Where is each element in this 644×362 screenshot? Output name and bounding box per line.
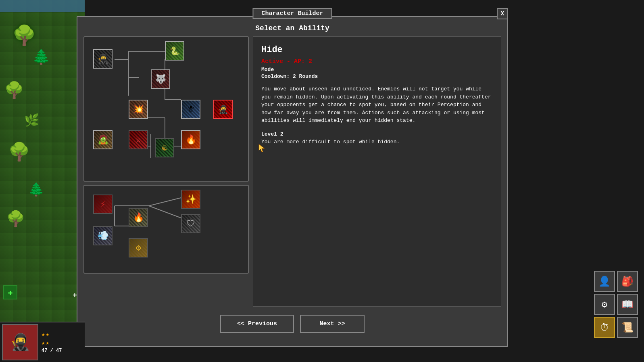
ability-spikes[interactable]: ⚡ [93,195,113,214]
clock-button[interactable]: ⏱ [594,317,615,338]
game-background-left: 🌳 🌲 🌳 🌿 🌳 🌲 🌳 [0,0,85,362]
player-portrait: 🥷 [2,324,38,360]
ability-cooldown: Cooldown: 2 Rounds [261,73,493,80]
ability-level-description: You are more difficult to spot while hid… [261,139,493,145]
upper-skill-tree: 🥷 🐍 🥷 🐺 [83,36,249,182]
ability-smoke[interactable]: 💨 [93,226,113,245]
ability-fire-orb[interactable]: ✨ [181,190,200,209]
scroll-button[interactable]: 📜 [617,317,638,338]
navigation-buttons: << Previous Next >> [77,307,507,337]
star-4: ★ [46,339,49,346]
stars-row-2: ★ ★ [42,339,62,346]
ability-rage[interactable]: 🔥 [181,130,200,149]
ability-level: Level 2 [261,131,493,137]
ability-fighter[interactable]: 🧟 [93,130,113,149]
ability-description: You move about unseen and unnoticed. Ene… [261,85,493,125]
ability-mode: Mode [261,67,493,73]
section-title: Select an Ability [77,17,507,36]
ability-name: Hide [261,45,493,55]
skill-panel: 🥷 🐍 🥷 🐺 [83,36,249,307]
svg-line-14 [149,198,181,206]
inventory-button[interactable]: 🎒 [617,271,638,292]
player-stats: ★ ★ ★ ★ 47 / 47 [42,331,62,354]
ability-type: Active - AP: 2 [261,58,493,65]
dialog-title: Character Builder [252,8,332,19]
action-icon[interactable]: ✚ [3,285,17,299]
ability-dagger[interactable]: 🗡 [181,100,200,119]
ability-beast[interactable]: 🐺 [151,69,170,89]
right-ui-panel: 👤 🎒 ⚙ 📖 ⏱ 📜 [594,271,638,338]
star-2: ★ [46,331,49,338]
ability-target[interactable]: ☯ [155,138,174,157]
bottom-hud: 🥷 ★ ★ ★ ★ 47 / 47 [0,322,85,362]
next-button[interactable]: Next >> [300,315,365,333]
settings-button[interactable]: ⚙ [594,294,615,315]
ability-rock[interactable]: 🔥 [129,208,148,227]
lower-skill-tree: ⚡ 🔥 ✨ 🛡 [83,185,249,274]
game-background-right: 👤 🎒 ⚙ 📖 ⏱ 📜 [519,0,644,362]
character-builder-dialog: Character Builder X Select an Ability [77,16,508,347]
stars-row-1: ★ ★ [42,331,62,338]
ability-hide[interactable]: 🥷 [213,100,233,119]
star-1: ★ [42,331,45,338]
previous-button[interactable]: << Previous [220,315,294,333]
plus-button[interactable]: + [73,291,77,299]
ability-wheel[interactable]: ⚙ [129,238,148,257]
character-button[interactable]: 👤 [594,271,615,292]
ability-shadow[interactable]: 🥷 [93,49,113,69]
portrait-image: 🥷 [10,333,30,352]
ability-shield[interactable]: 🛡 [181,214,200,233]
star-3: ★ [42,339,45,346]
close-button[interactable]: X [497,8,508,19]
ability-claws[interactable]: 💥 [129,100,148,119]
content-area: 🥷 🐍 🥷 🐺 [77,36,507,307]
book-button[interactable]: 📖 [617,294,638,315]
ability-info-panel: Hide Active - AP: 2 Mode Cooldown: 2 Rou… [253,36,501,307]
ability-snake[interactable]: 🐍 [165,41,184,61]
hp-display: 47 / 47 [42,348,62,354]
svg-line-15 [149,206,181,218]
ability-red-slash[interactable]: ⚔ [129,130,148,149]
